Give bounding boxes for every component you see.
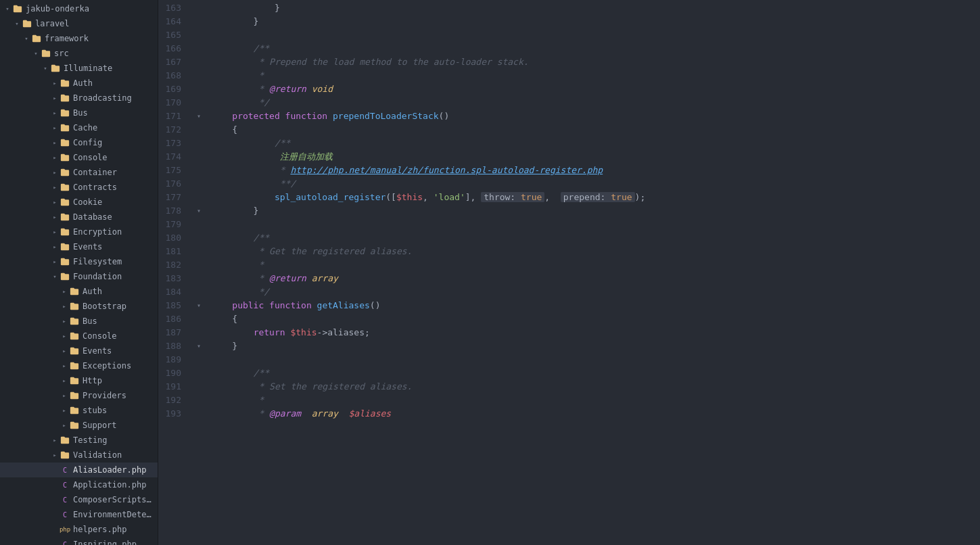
sidebar-item-foundation-bootstrap[interactable]: Bootstrap	[0, 299, 158, 314]
gutter	[192, 245, 206, 258]
tree-arrow	[60, 348, 69, 354]
gutter: ▾	[192, 299, 206, 312]
code-content: */	[206, 96, 980, 110]
sidebar-item-label: Inspiring.php	[73, 537, 137, 545]
gutter	[192, 366, 206, 380]
sidebar-item-encryption[interactable]: Encryption	[0, 224, 158, 239]
line-number: 185	[158, 299, 192, 312]
folder-icon	[31, 34, 42, 43]
sidebar-item-label: Testing	[73, 433, 108, 448]
sidebar-item-foundation-exceptions[interactable]: Exceptions	[0, 358, 158, 373]
tree-arrow	[60, 362, 69, 369]
sidebar-item-src[interactable]: src	[0, 46, 158, 61]
line-number: 173	[158, 137, 192, 150]
folder-icon	[60, 138, 70, 147]
gutter	[192, 326, 206, 339]
code-line-174: 174 注册自动加载	[158, 150, 980, 164]
sidebar-item-foundation-http[interactable]: Http	[0, 373, 158, 388]
code-content: *	[206, 394, 980, 407]
code-line-185: 185 ▾ public function getAliases()	[158, 299, 980, 312]
tree-arrow	[41, 65, 50, 72]
file-tree-sidebar[interactable]: jakub-onderka laravel framework src Illu…	[0, 0, 158, 545]
code-content	[206, 353, 980, 366]
line-number: 169	[158, 82, 192, 96]
sidebar-item-label: Cookie	[73, 195, 102, 210]
tree-arrow	[50, 110, 60, 116]
code-editor: 163 } 164 } 165 166	[158, 0, 980, 545]
sidebar-item-framework[interactable]: framework	[0, 31, 158, 46]
sidebar-item-envdetector[interactable]: C EnvironmentDetecto	[0, 507, 158, 522]
sidebar-item-foundation-events[interactable]: Events	[0, 343, 158, 358]
sidebar-item-config[interactable]: Config	[0, 135, 158, 150]
sidebar-item-composerscripts[interactable]: C ComposerScripts.ph	[0, 492, 158, 507]
sidebar-item-label: Bus	[83, 314, 97, 329]
tree-arrow	[50, 273, 60, 280]
gutter: ▾	[192, 110, 206, 123]
sidebar-item-foundation-auth[interactable]: Auth	[0, 284, 158, 299]
gutter	[192, 82, 206, 96]
code-content: return $this->aliases;	[206, 326, 980, 339]
sidebar-item-application[interactable]: C Application.php	[0, 477, 158, 492]
sidebar-item-illuminate[interactable]: Illuminate	[0, 61, 158, 76]
code-line-163: 163 }	[158, 1, 980, 15]
sidebar-item-inspiring[interactable]: C Inspiring.php	[0, 537, 158, 545]
line-number: 179	[158, 218, 192, 231]
sidebar-item-testing[interactable]: Testing	[0, 433, 158, 448]
php-file-icon: C	[60, 541, 70, 546]
tree-arrow	[50, 199, 60, 206]
sidebar-item-jakub-onderka[interactable]: jakub-onderka	[0, 1, 158, 16]
sidebar-item-validation[interactable]: Validation	[0, 448, 158, 463]
sidebar-item-foundation[interactable]: Foundation	[0, 269, 158, 284]
code-content: }	[206, 204, 980, 218]
gutter	[192, 1, 206, 15]
sidebar-item-label: EnvironmentDetecto	[73, 507, 155, 522]
sidebar-item-foundation-providers[interactable]: Providers	[0, 388, 158, 403]
sidebar-item-foundation-console[interactable]: Console	[0, 329, 158, 343]
line-number: 190	[158, 366, 192, 380]
gutter	[192, 394, 206, 407]
folder-icon	[60, 257, 70, 266]
sidebar-item-broadcasting[interactable]: Broadcasting	[0, 91, 158, 105]
code-line-188: 188 ▾ }	[158, 339, 980, 353]
code-content: {	[206, 123, 980, 137]
sidebar-item-console[interactable]: Console	[0, 150, 158, 165]
sidebar-item-foundation-support[interactable]: Support	[0, 418, 158, 433]
sidebar-item-laravel[interactable]: laravel	[0, 16, 158, 31]
sidebar-item-cache[interactable]: Cache	[0, 120, 158, 135]
line-number: 176	[158, 177, 192, 191]
code-scroll-area[interactable]: 163 } 164 } 165 166	[158, 0, 980, 545]
php-file-icon: C	[60, 496, 70, 504]
sidebar-item-foundation-stubs[interactable]: stubs	[0, 403, 158, 418]
gutter	[192, 231, 206, 245]
gutter: ▾	[192, 204, 206, 218]
sidebar-item-helpers[interactable]: php helpers.php	[0, 522, 158, 537]
folder-icon	[60, 450, 70, 460]
sidebar-item-bus[interactable]: Bus	[0, 105, 158, 120]
sidebar-item-cookie[interactable]: Cookie	[0, 195, 158, 210]
code-line-190: 190 /**	[158, 366, 980, 380]
sidebar-item-contracts[interactable]: Contracts	[0, 180, 158, 195]
code-line-184: 184 */	[158, 285, 980, 299]
sidebar-item-aliasloader[interactable]: C AliasLoader.php	[0, 463, 158, 477]
code-content: /**	[206, 231, 980, 245]
code-line-164: 164 }	[158, 15, 980, 28]
sidebar-item-foundation-bus[interactable]: Bus	[0, 314, 158, 329]
gutter	[192, 380, 206, 394]
sidebar-item-filesystem[interactable]: Filesystem	[0, 254, 158, 269]
sidebar-item-database[interactable]: Database	[0, 210, 158, 224]
folder-icon	[60, 227, 70, 237]
code-content: * http://php.net/manual/zh/function.spl-…	[206, 164, 980, 177]
line-number: 184	[158, 285, 192, 299]
sidebar-item-events[interactable]: Events	[0, 239, 158, 254]
sidebar-item-auth[interactable]: Auth	[0, 76, 158, 91]
folder-icon	[69, 376, 80, 385]
sidebar-item-label: Encryption	[73, 224, 122, 239]
line-number: 191	[158, 380, 192, 394]
sidebar-item-label: Events	[73, 239, 102, 254]
sidebar-item-container[interactable]: Container	[0, 165, 158, 180]
folder-icon	[69, 421, 80, 430]
sidebar-item-label: Console	[73, 150, 108, 165]
code-line-172: 172 {	[158, 123, 980, 137]
code-line-181: 181 * Get the registered aliases.	[158, 245, 980, 258]
code-line-192: 192 *	[158, 394, 980, 407]
